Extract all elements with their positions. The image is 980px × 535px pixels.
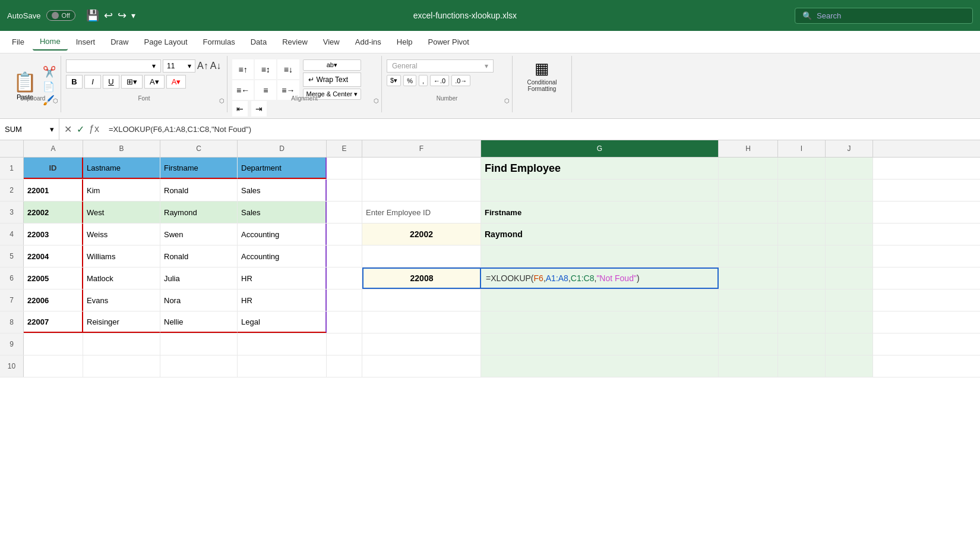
cell-d10[interactable] (238, 355, 327, 377)
cell-e9[interactable] (327, 333, 362, 355)
cell-h3[interactable] (719, 202, 778, 223)
cell-g9[interactable] (481, 333, 719, 355)
cell-i10[interactable] (778, 355, 826, 377)
decrease-decimal-button[interactable]: .0→ (451, 75, 470, 86)
row-header-4[interactable]: 4 (0, 224, 24, 245)
col-header-j[interactable]: J (826, 140, 873, 157)
font-name-dropdown[interactable]: ▾ (66, 59, 161, 73)
formula-confirm-icon[interactable]: ✓ (77, 124, 84, 135)
cell-j10[interactable] (826, 355, 873, 377)
cell-e5[interactable] (327, 246, 362, 267)
italic-button[interactable]: I (84, 75, 101, 89)
save-icon[interactable]: 💾 (86, 9, 99, 22)
row-header-10[interactable]: 10 (0, 355, 24, 377)
wrap-text-button[interactable]: ↵ Wrap Text (303, 73, 362, 87)
formula-input[interactable] (104, 125, 980, 134)
cell-i8[interactable] (778, 311, 826, 333)
font-color-button[interactable]: A▾ (166, 75, 186, 89)
underline-button[interactable]: U (103, 75, 119, 89)
cell-j7[interactable] (826, 289, 873, 311)
menu-home[interactable]: Home (33, 33, 68, 51)
cell-c2[interactable]: Ronald (160, 180, 238, 201)
number-format-dropdown[interactable]: General ▾ (387, 59, 494, 73)
cell-j4[interactable] (826, 224, 873, 245)
cell-d9[interactable] (238, 333, 327, 355)
cell-d8[interactable]: Legal (238, 311, 327, 333)
cell-e1[interactable] (327, 158, 362, 179)
cell-h1[interactable] (719, 158, 778, 179)
cell-a8[interactable]: 22007 (24, 311, 83, 333)
menu-page-layout[interactable]: Page Layout (137, 34, 195, 50)
cell-e3[interactable] (327, 202, 362, 223)
more-icon[interactable]: ▾ (131, 11, 135, 20)
cell-b2[interactable]: Kim (83, 180, 160, 201)
search-input[interactable] (817, 11, 965, 20)
cell-g3[interactable]: Firstname (481, 202, 719, 223)
cell-d3[interactable]: Sales (238, 202, 327, 223)
font-shrink-icon[interactable]: A↓ (210, 61, 222, 71)
col-header-h[interactable]: H (719, 140, 778, 157)
cell-c6[interactable]: Julia (160, 268, 238, 289)
cell-g6[interactable]: =XLOOKUP(F6,A1:A8,C1:C8,"Not Foud") (481, 268, 719, 289)
cell-g10[interactable] (481, 355, 719, 377)
cell-b10[interactable] (83, 355, 160, 377)
cell-b3[interactable]: West (83, 202, 160, 223)
cell-f1[interactable] (362, 158, 481, 179)
cell-j5[interactable] (826, 246, 873, 267)
row-header-9[interactable]: 9 (0, 333, 24, 355)
col-header-d[interactable]: D (238, 140, 327, 157)
cell-f10[interactable] (362, 355, 481, 377)
cell-g4[interactable]: Raymond (481, 224, 719, 245)
cell-e7[interactable] (327, 289, 362, 311)
menu-review[interactable]: Review (275, 34, 315, 50)
cell-c3[interactable]: Raymond (160, 202, 238, 223)
insert-function-icon[interactable]: ƒx (89, 124, 99, 135)
cell-i1[interactable] (778, 158, 826, 179)
cell-f2[interactable] (362, 180, 481, 201)
cell-a4[interactable]: 22003 (24, 224, 83, 245)
cell-d5[interactable]: Accounting (238, 246, 327, 267)
bold-button[interactable]: B (66, 75, 83, 89)
cell-a3[interactable]: 22002 (24, 202, 83, 223)
cell-f7[interactable] (362, 289, 481, 311)
cell-h5[interactable] (719, 246, 778, 267)
cell-e4[interactable] (327, 224, 362, 245)
cell-h7[interactable] (719, 289, 778, 311)
copy-icon[interactable]: 📄 (43, 81, 56, 92)
redo-icon[interactable]: ↪ (118, 9, 127, 22)
cell-c5[interactable]: Ronald (160, 246, 238, 267)
row-header-3[interactable]: 3 (0, 202, 24, 223)
accounting-format-button[interactable]: $▾ (387, 75, 401, 86)
cut-icon[interactable]: ✂️ (43, 65, 56, 78)
clipboard-expand-icon[interactable]: ⬡ (53, 97, 58, 104)
increase-decimal-button[interactable]: ←.0 (430, 75, 449, 86)
indent-increase-button[interactable]: ⇥ (251, 101, 267, 117)
menu-addins[interactable]: Add-ins (348, 34, 388, 50)
col-header-b[interactable]: B (83, 140, 160, 157)
font-grow-icon[interactable]: A↑ (197, 61, 208, 71)
cell-c9[interactable] (160, 333, 238, 355)
cell-i9[interactable] (778, 333, 826, 355)
row-header-7[interactable]: 7 (0, 289, 24, 311)
cell-i6[interactable] (778, 268, 826, 289)
cell-f4[interactable]: 22002 (362, 224, 481, 245)
cell-i5[interactable] (778, 246, 826, 267)
cell-j3[interactable] (826, 202, 873, 223)
row-header-5[interactable]: 5 (0, 246, 24, 267)
percent-button[interactable]: % (403, 75, 416, 86)
cell-d6[interactable]: HR (238, 268, 327, 289)
cell-f8[interactable] (362, 311, 481, 333)
row-header-1[interactable]: 1 (0, 158, 24, 179)
col-header-a[interactable]: A (24, 140, 83, 157)
cell-d4[interactable]: Accounting (238, 224, 327, 245)
undo-icon[interactable]: ↩ (104, 9, 113, 22)
cell-d1[interactable]: Department (238, 158, 327, 179)
cell-b8[interactable]: Reisinger (83, 311, 160, 333)
cell-j8[interactable] (826, 311, 873, 333)
cell-h9[interactable] (719, 333, 778, 355)
text-direction-button[interactable]: ab▾ (303, 59, 362, 71)
formula-cancel-icon[interactable]: ✕ (64, 124, 72, 135)
cell-h6[interactable] (719, 268, 778, 289)
col-header-g[interactable]: G (481, 140, 719, 157)
cell-d2[interactable]: Sales (238, 180, 327, 201)
